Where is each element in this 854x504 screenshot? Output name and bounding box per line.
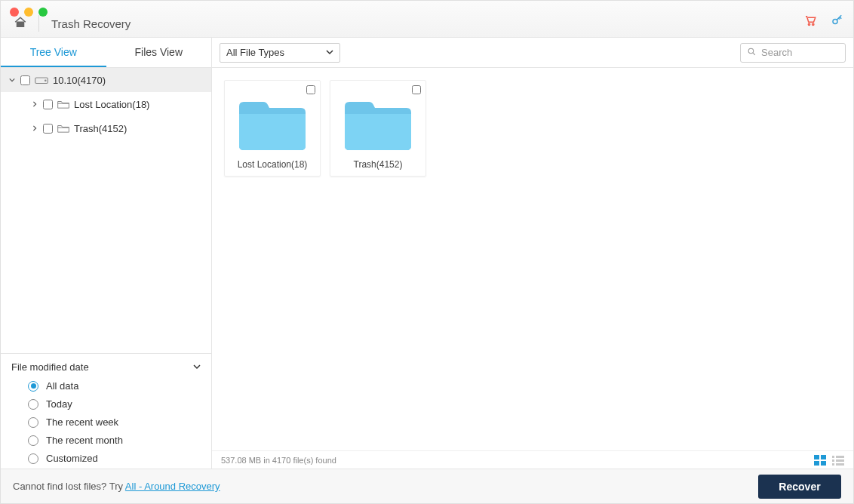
folder-card-label: Trash(4152): [354, 159, 403, 170]
cart-icon[interactable]: [803, 14, 817, 29]
tree-node-checkbox[interactable]: [43, 124, 53, 134]
list-view-icon[interactable]: [832, 455, 844, 466]
svg-point-2: [833, 19, 837, 23]
folder-card[interactable]: Lost Location(18): [224, 80, 321, 177]
filter-option-customized[interactable]: Customized: [28, 453, 201, 464]
filter-option-recent-week[interactable]: The recent week: [28, 416, 201, 428]
title-actions: [803, 14, 844, 29]
filter-option-label: Today: [46, 398, 72, 410]
tree-node[interactable]: Trash(4152): [1, 116, 211, 140]
radio-icon: [28, 399, 38, 410]
svg-rect-8: [814, 461, 819, 466]
body: 10.10(4170) Lost Location(18): [1, 68, 853, 469]
statusbar: 537.08 MB in 4170 file(s) found: [212, 450, 853, 469]
filter-option-today[interactable]: Today: [28, 398, 201, 410]
radio-icon: [28, 417, 38, 428]
tree-node-label: Trash(4152): [74, 123, 127, 134]
chevron-down-icon: [326, 47, 333, 58]
toolbar-right: All File Types: [212, 38, 853, 67]
caret-right-icon[interactable]: [31, 124, 38, 133]
tree: 10.10(4170) Lost Location(18): [1, 68, 211, 353]
svg-point-1: [813, 23, 814, 25]
close-window-button[interactable]: [10, 8, 19, 17]
svg-point-0: [808, 23, 809, 25]
folder-card-checkbox[interactable]: [412, 85, 421, 94]
radio-icon: [28, 381, 38, 392]
search-icon: [747, 47, 757, 59]
svg-rect-7: [821, 455, 826, 459]
filter-option-label: The recent month: [46, 435, 123, 446]
title-divider: [38, 15, 39, 32]
sidebar: 10.10(4170) Lost Location(18): [1, 68, 212, 469]
recover-button[interactable]: Recover: [758, 475, 841, 499]
tree-node-label: 10.10(4170): [53, 75, 106, 86]
folder-grid: Lost Location(18) Trash(4152): [212, 68, 853, 450]
caret-down-icon[interactable]: [8, 76, 16, 85]
status-text: 537.08 MB in 4170 file(s) found: [221, 456, 336, 465]
folder-card-label: Lost Location(18): [238, 159, 308, 170]
radio-icon: [28, 453, 38, 464]
footer: Cannot find lost files? Try All - Around…: [1, 469, 853, 503]
tree-node-checkbox[interactable]: [43, 100, 53, 109]
svg-rect-13: [836, 459, 844, 462]
svg-rect-9: [821, 461, 826, 466]
minimize-window-button[interactable]: [24, 8, 33, 17]
filter-title: File modified date: [11, 361, 89, 373]
svg-rect-15: [836, 463, 844, 466]
folder-icon: [235, 96, 310, 155]
footer-text: Cannot find lost files? Try All - Around…: [13, 481, 220, 492]
filter-option-label: Customized: [46, 453, 98, 464]
titlebar: Trash Recovery: [1, 1, 853, 38]
content: Lost Location(18) Trash(4152) 537.08 MB …: [212, 68, 853, 469]
filter-option-recent-month[interactable]: The recent month: [28, 435, 201, 446]
disk-icon: [35, 75, 48, 85]
chevron-down-icon: [193, 361, 201, 373]
toolbar: Tree View Files View All File Types: [1, 38, 853, 68]
search-input[interactable]: [761, 47, 839, 58]
filter-section: File modified date All data Today: [1, 353, 211, 469]
svg-rect-6: [814, 455, 819, 459]
all-around-recovery-link[interactable]: All - Around Recovery: [125, 481, 220, 492]
tree-node-label: Lost Location(18): [74, 99, 149, 110]
filter-option-label: All data: [46, 380, 78, 392]
app-window: Trash Recovery Tree View Files View All …: [0, 0, 854, 504]
folder-icon: [340, 96, 416, 155]
grid-view-icon[interactable]: [814, 455, 826, 466]
home-icon[interactable]: [13, 16, 28, 32]
filter-header[interactable]: File modified date: [11, 361, 201, 373]
radio-icon: [28, 435, 38, 446]
svg-rect-11: [836, 456, 844, 458]
view-tabs: Tree View Files View: [1, 38, 212, 67]
filter-option-all-data[interactable]: All data: [28, 380, 201, 392]
svg-rect-12: [832, 459, 834, 462]
maximize-window-button[interactable]: [38, 8, 48, 17]
tab-files-view[interactable]: Files View: [106, 38, 212, 67]
svg-rect-10: [832, 456, 834, 458]
folder-card-checkbox[interactable]: [306, 85, 315, 94]
folder-icon: [57, 100, 69, 109]
filter-options: All data Today The recent week The recen…: [11, 380, 201, 464]
page-title: Trash Recovery: [51, 17, 131, 30]
filetype-select-value: All File Types: [226, 47, 284, 58]
tree-node[interactable]: Lost Location(18): [1, 92, 211, 116]
caret-right-icon[interactable]: [31, 100, 38, 109]
filter-option-label: The recent week: [46, 416, 118, 428]
search-box[interactable]: [740, 43, 846, 63]
svg-point-3: [748, 48, 754, 53]
tab-tree-view[interactable]: Tree View: [1, 38, 106, 67]
key-icon[interactable]: [831, 14, 844, 29]
folder-card[interactable]: Trash(4152): [330, 80, 426, 177]
tree-node-checkbox[interactable]: [20, 75, 30, 85]
tree-node-root[interactable]: 10.10(4170): [1, 68, 211, 92]
svg-rect-14: [832, 463, 834, 466]
window-controls: [10, 8, 48, 17]
filetype-select[interactable]: All File Types: [220, 43, 340, 63]
view-toggles: [814, 455, 844, 466]
folder-icon: [57, 124, 69, 134]
footer-prefix: Cannot find lost files? Try: [13, 481, 125, 492]
svg-point-5: [45, 80, 47, 81]
